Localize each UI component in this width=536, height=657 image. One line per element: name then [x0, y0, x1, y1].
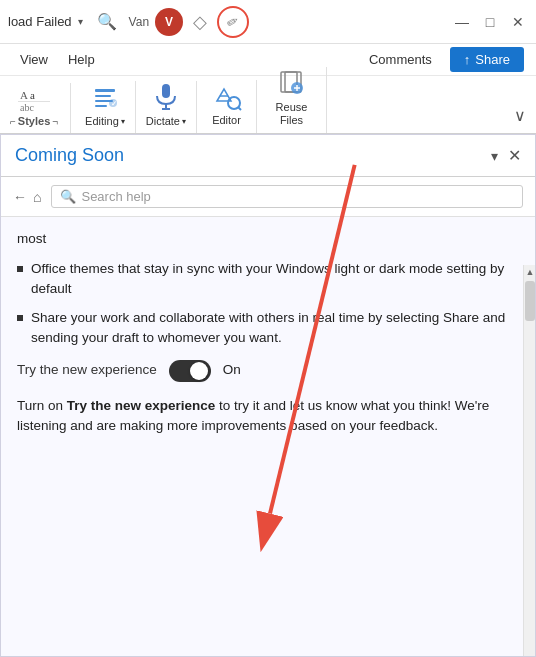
- toggle-knob: [190, 362, 208, 380]
- svg-rect-3: [18, 101, 50, 102]
- pen-icon: ✏: [224, 12, 242, 32]
- pen-button[interactable]: ✏: [217, 6, 249, 38]
- share-button[interactable]: ↑ Share: [450, 47, 524, 72]
- bottom-text-prefix: Turn on: [17, 398, 67, 413]
- panel-nav: ← ⌂: [13, 189, 41, 205]
- editing-label: Editing ▾: [85, 115, 125, 127]
- share-icon: ↑: [464, 52, 471, 67]
- coming-soon-panel: Coming Soon ▾ ✕ ← ⌂ 🔍 Search help ▲ most…: [0, 134, 536, 657]
- toggle-label: Try the new experience: [17, 360, 157, 380]
- svg-rect-10: [162, 84, 170, 98]
- share-label: Share: [475, 52, 510, 67]
- panel-intro-text: most: [17, 229, 511, 249]
- title-search-icon[interactable]: 🔍: [97, 12, 117, 31]
- panel-content: most Office themes that stay in sync wit…: [1, 217, 535, 448]
- panel-title: Coming Soon: [15, 145, 124, 166]
- editing-icon[interactable]: ✓: [87, 81, 123, 113]
- bullet-dot-1: [17, 266, 23, 272]
- bullet-list: Office themes that stay in sync with you…: [17, 259, 511, 347]
- title-user-name: Van: [129, 15, 149, 29]
- bullet-item-1: Office themes that stay in sync with you…: [17, 259, 511, 298]
- svg-line-14: [238, 107, 241, 110]
- ribbon-group-styles: A a abc ⌐ Styles ¬: [10, 83, 71, 133]
- panel-bottom-text: Turn on Try the new experience to try it…: [17, 396, 511, 437]
- search-placeholder: Search help: [81, 189, 150, 204]
- menu-right: Comments ↑ Share: [359, 47, 524, 72]
- reuse-files-icon[interactable]: [274, 67, 310, 99]
- scrollbar[interactable]: ▲: [523, 265, 535, 656]
- svg-text:a: a: [30, 89, 35, 101]
- ribbon-group-editor: Editor: [197, 80, 257, 133]
- editor-icon[interactable]: [209, 80, 245, 112]
- ribbon-group-dictate: Dictate ▾: [136, 81, 197, 133]
- title-dropdown-icon[interactable]: ▾: [78, 16, 83, 27]
- ribbon-right: ∨: [514, 106, 526, 133]
- comments-button[interactable]: Comments: [359, 48, 442, 71]
- menu-help[interactable]: Help: [60, 48, 103, 71]
- menu-view[interactable]: View: [12, 48, 56, 71]
- scroll-up-button[interactable]: ▲: [524, 265, 536, 279]
- scroll-thumb[interactable]: [525, 281, 535, 321]
- styles-icon[interactable]: A a abc: [16, 83, 52, 115]
- ribbon: A a abc ⌐ Styles ¬ ✓: [0, 76, 536, 134]
- title-bar-left: load Failed ▾ 🔍 Van V ◇ ✏: [8, 6, 438, 38]
- dictate-label: Dictate ▾: [146, 115, 186, 127]
- ribbon-group-editing: ✓ Editing ▾: [75, 81, 136, 133]
- styles-corner-icon-right: ¬: [52, 116, 58, 127]
- bullet-text-1: Office themes that stay in sync with you…: [31, 259, 511, 298]
- minimize-button[interactable]: —: [452, 14, 472, 30]
- panel-header-right: ▾ ✕: [491, 146, 521, 165]
- panel-dropdown-icon[interactable]: ▾: [491, 148, 498, 164]
- ribbon-group-reuse: Reuse Files: [257, 67, 327, 133]
- svg-rect-4: [95, 89, 115, 92]
- svg-rect-5: [95, 95, 111, 97]
- reuse-files-label: Reuse Files: [276, 101, 308, 127]
- bullet-text-2: Share your work and collaborate with oth…: [31, 308, 511, 347]
- styles-label: Styles: [18, 115, 50, 127]
- svg-text:A: A: [20, 89, 28, 101]
- toggle-switch[interactable]: [169, 360, 211, 382]
- editor-label: Editor: [212, 114, 241, 127]
- bullet-dot-2: [17, 315, 23, 321]
- window-controls: — □ ✕: [452, 14, 528, 30]
- diamond-icon: ◇: [193, 11, 207, 33]
- dictate-icon[interactable]: [148, 81, 184, 113]
- panel-close-button[interactable]: ✕: [508, 146, 521, 165]
- close-button[interactable]: ✕: [508, 14, 528, 30]
- panel-header: Coming Soon ▾ ✕: [1, 135, 535, 177]
- search-box[interactable]: 🔍 Search help: [51, 185, 523, 208]
- ribbon-collapse-icon[interactable]: ∨: [514, 106, 526, 125]
- styles-bottom: ⌐ Styles ¬: [10, 115, 58, 127]
- back-icon[interactable]: ←: [13, 189, 27, 205]
- svg-rect-7: [95, 105, 107, 107]
- title-bar: load Failed ▾ 🔍 Van V ◇ ✏ — □ ✕: [0, 0, 536, 44]
- toggle-on-label: On: [223, 360, 241, 380]
- panel-search-bar: ← ⌂ 🔍 Search help: [1, 177, 535, 217]
- styles-corner-icon-left: ⌐: [10, 116, 16, 127]
- bottom-text-bold: Try the new experience: [67, 398, 216, 413]
- toggle-row: Try the new experience On: [17, 360, 511, 382]
- app-title: load Failed: [8, 14, 72, 29]
- svg-text:abc: abc: [20, 102, 34, 113]
- home-icon[interactable]: ⌂: [33, 189, 41, 205]
- restore-button[interactable]: □: [480, 14, 500, 30]
- search-icon: 🔍: [60, 189, 76, 204]
- avatar[interactable]: V: [155, 8, 183, 36]
- svg-text:✓: ✓: [110, 100, 116, 107]
- bullet-item-2: Share your work and collaborate with oth…: [17, 308, 511, 347]
